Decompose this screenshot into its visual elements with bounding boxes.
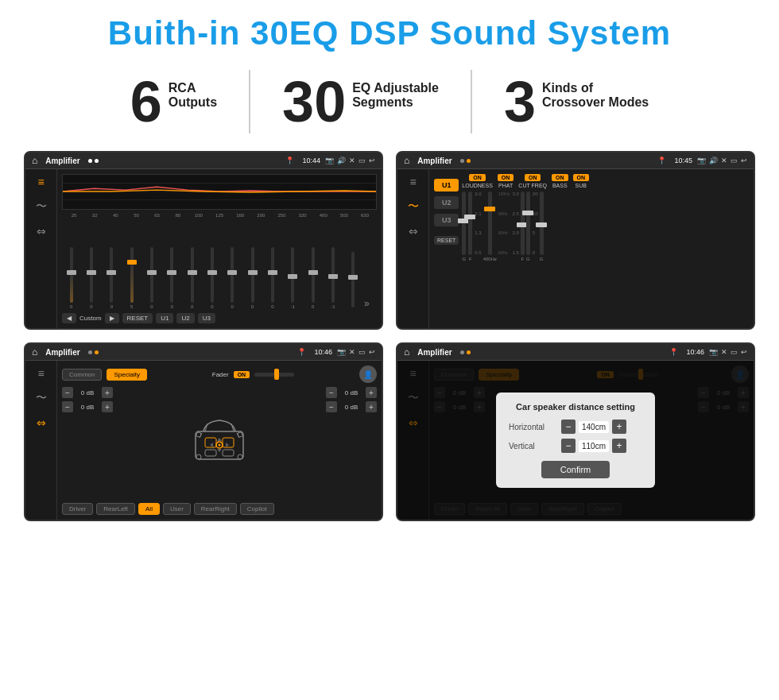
screen1-time: 10:44 xyxy=(302,157,320,164)
slider-track-4[interactable] xyxy=(130,247,134,303)
confirm-button[interactable]: Confirm xyxy=(541,461,610,478)
sidebar-eq-icon-3[interactable]: ≡ xyxy=(37,367,44,380)
fader-hslider-group xyxy=(254,373,294,377)
sidebar-arrows-icon-2[interactable]: ⇔ xyxy=(409,225,418,238)
specialty-mode-btn[interactable]: Specialty xyxy=(107,369,146,381)
prev-btn[interactable]: ◀ xyxy=(62,313,76,323)
sub-track[interactable] xyxy=(540,191,544,255)
all-btn[interactable]: All xyxy=(138,503,160,515)
loudness-on-btn[interactable]: ON xyxy=(469,174,486,181)
db-plus-4[interactable]: + xyxy=(366,401,377,412)
slider-track-7[interactable] xyxy=(191,247,194,303)
fader-on-btn[interactable]: ON xyxy=(234,371,250,378)
freq-scale-bot: 0.5 xyxy=(475,250,481,255)
horizontal-minus-btn[interactable]: − xyxy=(561,420,576,434)
u1-btn[interactable]: U1 xyxy=(156,313,173,323)
sidebar-arrows-icon-3[interactable]: ⇔ xyxy=(37,416,46,429)
slider-track-3[interactable] xyxy=(110,247,113,303)
db-minus-3[interactable]: − xyxy=(326,387,337,398)
bass-track-g[interactable] xyxy=(526,191,530,255)
sidebar-eq-icon[interactable]: ≡ xyxy=(37,176,44,188)
u2-channel-btn[interactable]: U2 xyxy=(434,196,459,209)
slider-track-8[interactable] xyxy=(211,247,214,303)
home-icon-3[interactable]: ⌂ xyxy=(32,346,37,358)
db-minus-2[interactable]: − xyxy=(62,401,73,412)
sub-on-btn[interactable]: ON xyxy=(573,174,590,181)
x-icon-2: ✕ xyxy=(721,157,727,164)
reset-channel-btn[interactable]: RESET xyxy=(434,236,459,245)
cutfreq-track[interactable] xyxy=(488,191,492,255)
stat-number-eq: 30 xyxy=(282,73,346,130)
sidebar-wave-icon-3[interactable]: 〜 xyxy=(36,391,47,405)
slider-track-14[interactable] xyxy=(331,247,335,303)
sidebar-wave-icon-2[interactable]: 〜 xyxy=(408,199,419,214)
svg-point-20 xyxy=(238,432,242,437)
svg-point-19 xyxy=(196,432,201,437)
slider-track-6[interactable] xyxy=(170,247,173,303)
slider-track-11[interactable] xyxy=(271,247,274,303)
home-icon-2[interactable]: ⌂ xyxy=(404,155,409,166)
back-icon-1[interactable]: ↩ xyxy=(369,157,375,164)
u3-btn[interactable]: U3 xyxy=(198,313,215,323)
slider-track-10[interactable] xyxy=(251,247,254,303)
x-icon-3: ✕ xyxy=(349,348,355,356)
slider-val-12: -1 xyxy=(291,304,295,309)
loudness-track[interactable] xyxy=(462,191,466,255)
back-icon-4[interactable]: ↩ xyxy=(741,348,747,356)
horizontal-label: Horizontal xyxy=(509,423,556,431)
phat-on-btn[interactable]: ON xyxy=(498,174,514,181)
user-btn[interactable]: User xyxy=(163,503,191,515)
sidebar-arrows-icon[interactable]: ⇔ xyxy=(37,225,46,238)
camera-icon-1: 📷 xyxy=(325,157,334,164)
profile-icon[interactable]: 👤 xyxy=(359,365,377,383)
reset-btn[interactable]: RESET xyxy=(122,313,153,323)
back-icon-2[interactable]: ↩ xyxy=(741,157,747,164)
crossover-top-row: ON LOUDNESS ON PHAT ON CUT FREQ xyxy=(462,174,749,188)
vertical-plus-btn[interactable]: + xyxy=(612,439,626,453)
slider-track-9[interactable] xyxy=(231,247,234,303)
expand-btn[interactable]: » xyxy=(364,298,377,309)
fader-htrack[interactable] xyxy=(254,373,294,377)
slider-track-12[interactable] xyxy=(291,247,294,303)
u2-btn[interactable]: U2 xyxy=(176,313,194,323)
db-minus-4[interactable]: − xyxy=(326,401,337,412)
u3-channel-btn[interactable]: U3 xyxy=(434,214,459,226)
u1-channel-btn[interactable]: U1 xyxy=(434,179,459,191)
xo-slider-area: G F xyxy=(462,191,749,323)
back-icon-3[interactable]: ↩ xyxy=(369,348,375,356)
bass-track-f[interactable] xyxy=(521,191,525,255)
db-plus-3[interactable]: + xyxy=(366,387,377,398)
screens-grid: ⌂ Amplifier 📍 10:44 📷 🔊 ✕ ▭ ↩ xyxy=(24,151,755,521)
phat-val: F xyxy=(469,257,472,261)
horizontal-plus-btn[interactable]: + xyxy=(612,420,626,434)
dot-active xyxy=(467,159,471,163)
slider-track-5[interactable] xyxy=(150,247,153,303)
db-minus-1[interactable]: − xyxy=(62,387,73,398)
slider-track-13[interactable] xyxy=(312,247,315,303)
vertical-minus-btn[interactable]: − xyxy=(561,439,576,453)
cutfreq-on-btn[interactable]: ON xyxy=(525,174,541,181)
rearleft-btn[interactable]: RearLeft xyxy=(96,503,135,515)
freq-100: 100 xyxy=(188,213,209,218)
slider-val-10: 0 xyxy=(251,304,254,309)
db-plus-2[interactable]: + xyxy=(102,401,113,412)
rearright-btn[interactable]: RearRight xyxy=(194,503,237,515)
svg-rect-10 xyxy=(223,438,234,447)
play-btn[interactable]: ▶ xyxy=(105,313,119,323)
sidebar-wave-icon[interactable]: 〜 xyxy=(36,199,47,214)
pin-icon-4: 📍 xyxy=(669,348,678,356)
home-icon-1[interactable]: ⌂ xyxy=(32,155,37,166)
db-plus-1[interactable]: + xyxy=(102,387,113,398)
sidebar-eq-icon-2[interactable]: ≡ xyxy=(409,176,416,188)
slider-track-1[interactable] xyxy=(70,247,73,303)
common-mode-btn[interactable]: Common xyxy=(62,369,102,381)
phat-track[interactable] xyxy=(468,191,472,255)
home-icon-4[interactable]: ⌂ xyxy=(404,346,409,358)
slider-track-2[interactable] xyxy=(90,247,93,303)
slider-track-15[interactable] xyxy=(351,252,355,307)
driver-btn[interactable]: Driver xyxy=(62,503,93,515)
cutfreq-label: CUT FREQ xyxy=(518,183,547,188)
copilot-btn[interactable]: Copilot xyxy=(240,503,274,515)
slider-5: 0 xyxy=(142,247,161,309)
bass-on-btn[interactable]: ON xyxy=(552,174,568,181)
